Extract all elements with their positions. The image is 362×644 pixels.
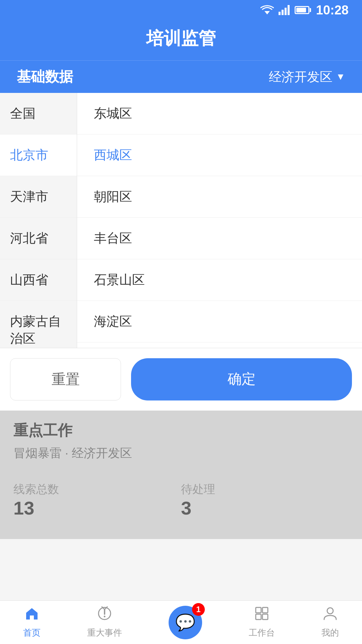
filter-dropdown-text: 经济开发区 xyxy=(269,68,333,86)
bg-section-title: 重点工作 xyxy=(13,421,349,440)
wifi-icon xyxy=(260,5,274,15)
nav-label-home: 首页 xyxy=(23,627,41,639)
district-item-chaoyang[interactable]: 朝阳区 xyxy=(77,176,362,218)
filter-bar: 基础数据 经济开发区 ▼ xyxy=(0,60,362,93)
filter-dropdown[interactable]: 经济开发区 ▼ xyxy=(269,68,345,86)
confirm-button[interactable]: 确定 xyxy=(131,358,352,400)
status-bar: 10:28 xyxy=(0,0,362,20)
chevron-down-icon: ▼ xyxy=(336,71,345,82)
province-item-tianjin[interactable]: 天津市 xyxy=(0,176,77,218)
district-item-xicheng[interactable]: 西城区 xyxy=(77,135,362,176)
svg-rect-1 xyxy=(279,12,281,15)
filter-label: 基础数据 xyxy=(17,67,73,86)
nav-label-mine: 我的 xyxy=(321,627,339,639)
svg-rect-10 xyxy=(256,614,261,620)
reset-button[interactable]: 重置 xyxy=(10,358,121,400)
district-item-shijingshan[interactable]: 石景山区 xyxy=(77,259,362,301)
bg-subtitle: 冒烟暴雷 · 经济开发区 xyxy=(13,445,349,462)
nav-item-mine[interactable]: 我的 xyxy=(321,606,339,639)
district-item-mentougou[interactable]: 门头沟区 xyxy=(77,342,362,348)
battery-icon xyxy=(295,6,309,14)
stat-label: 待处理 xyxy=(181,482,349,497)
home-icon xyxy=(24,606,39,624)
province-item-quanguo[interactable]: 全国 xyxy=(0,93,77,135)
svg-point-7 xyxy=(104,616,106,618)
message-button[interactable]: 💬 1 xyxy=(169,606,202,639)
svg-rect-8 xyxy=(256,607,261,613)
district-item-dongcheng[interactable]: 东城区 xyxy=(77,93,362,135)
stat-value: 3 xyxy=(181,497,349,519)
stat-box: 线索总数 13 xyxy=(13,472,181,529)
nav-item-home[interactable]: 首页 xyxy=(23,606,41,639)
stat-value: 13 xyxy=(13,497,181,519)
district-item-haidian[interactable]: 海淀区 xyxy=(77,301,362,342)
province-item-beijing[interactable]: 北京市 xyxy=(0,135,77,176)
province-item-hebei[interactable]: 河北省 xyxy=(0,218,77,259)
svg-rect-4 xyxy=(288,5,290,15)
mine-icon xyxy=(323,606,338,624)
stat-box: 待处理 3 xyxy=(181,472,349,529)
province-item-shanxi[interactable]: 山西省 xyxy=(0,259,77,301)
action-buttons: 重置 确定 xyxy=(0,348,362,411)
selector-container: 全国北京市天津市河北省山西省内蒙古自治区辽宁省吉林省 东城区西城区朝阳区丰台区石… xyxy=(0,93,362,348)
nav-label-workspace: 工作台 xyxy=(249,627,275,639)
nav-item-workspace[interactable]: 工作台 xyxy=(249,606,275,639)
svg-rect-3 xyxy=(285,8,287,15)
events-icon xyxy=(97,606,112,624)
bottom-navigation: 首页 重大事件💬 1 工作台 我的 xyxy=(0,600,362,644)
status-time: 10:28 xyxy=(316,3,349,17)
app-title: 培训监管 xyxy=(0,27,362,50)
status-icons xyxy=(260,5,309,15)
svg-marker-0 xyxy=(264,11,270,14)
province-list: 全国北京市天津市河北省山西省内蒙古自治区辽宁省吉林省 xyxy=(0,93,77,348)
nav-item-events[interactable]: 重大事件 xyxy=(87,606,122,639)
nav-label-events: 重大事件 xyxy=(87,627,122,639)
bg-stats: 线索总数 13待处理 3 xyxy=(13,472,349,529)
svg-point-12 xyxy=(327,608,333,614)
stat-label: 线索总数 xyxy=(13,482,181,497)
district-item-fengtai[interactable]: 丰台区 xyxy=(77,218,362,259)
svg-rect-9 xyxy=(262,607,268,613)
message-badge: 1 xyxy=(192,603,205,616)
background-content: 重点工作 冒烟暴雷 · 经济开发区 线索总数 13待处理 3 xyxy=(0,411,362,539)
app-header: 培训监管 xyxy=(0,20,362,60)
district-list: 东城区西城区朝阳区丰台区石景山区海淀区门头沟区房山区 xyxy=(77,93,362,348)
province-item-neimenggu[interactable]: 内蒙古自治区 xyxy=(0,301,77,348)
svg-rect-11 xyxy=(262,614,268,620)
signal-icon xyxy=(279,5,290,15)
workspace-icon xyxy=(254,606,269,624)
svg-rect-2 xyxy=(282,10,284,15)
message-icon: 💬 xyxy=(175,613,195,632)
